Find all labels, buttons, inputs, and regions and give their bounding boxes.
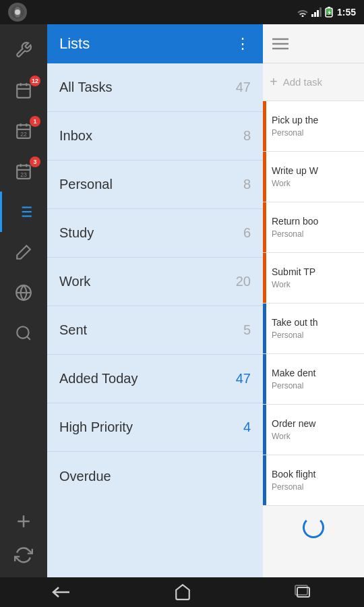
tasks-header xyxy=(263,24,364,63)
all-tasks-label: All Tasks xyxy=(59,80,113,95)
list-item-overdue[interactable]: Overdue xyxy=(47,452,263,500)
overdue-label: Overdue xyxy=(59,469,111,484)
svg-rect-4 xyxy=(314,12,316,17)
task-content: Return boo Personal xyxy=(266,202,364,252)
task-item[interactable]: Return boo Personal xyxy=(263,202,364,253)
sidebar-item-lists[interactable] xyxy=(0,192,47,232)
task-content: Take out th Personal xyxy=(266,304,364,353)
list-item-sent[interactable]: Sent 5 xyxy=(47,306,263,355)
sent-label: Sent xyxy=(59,322,87,338)
svg-marker-30 xyxy=(17,245,30,259)
inbox-label: Inbox xyxy=(59,128,92,144)
list-item-personal[interactable]: Personal 8 xyxy=(47,161,263,209)
tasks-panel: + Add task Pick up the Personal Write up… xyxy=(263,24,364,577)
task-subtitle: Work xyxy=(272,179,359,188)
work-label: Work xyxy=(59,274,90,289)
task-subtitle: Personal xyxy=(272,482,359,492)
task-item[interactable]: Take out th Personal xyxy=(263,304,364,354)
wifi-icon xyxy=(297,7,309,17)
task-subtitle: Work xyxy=(272,432,359,441)
list-item-added-today[interactable]: Added Today 47 xyxy=(47,355,263,403)
personal-label: Personal xyxy=(59,177,113,192)
task-item[interactable]: Make dent Personal xyxy=(263,354,364,405)
add-button[interactable] xyxy=(9,507,38,536)
sync-button[interactable] xyxy=(9,541,38,569)
svg-point-2 xyxy=(15,9,20,15)
task-title: Make dent xyxy=(272,368,359,379)
task-content: Submit TP Work xyxy=(266,253,364,303)
inbox-count: 8 xyxy=(243,128,251,144)
task-title: Return boo xyxy=(272,216,359,227)
wrench-icon xyxy=(14,40,33,59)
task-content: Book flight Personal xyxy=(266,455,364,505)
status-right: 1:55 xyxy=(297,7,356,18)
calendar-all-badge: 12 xyxy=(30,76,40,86)
hamburger-icon[interactable] xyxy=(272,38,289,50)
task-title: Write up W xyxy=(272,165,359,177)
home-button[interactable] xyxy=(174,583,191,601)
list-item-high-priority[interactable]: High Priority 4 xyxy=(47,403,263,452)
status-left xyxy=(8,3,27,22)
high-priority-count: 4 xyxy=(243,420,251,435)
lists-title: Lists xyxy=(59,35,90,53)
loading-circle xyxy=(303,517,324,538)
svg-rect-10 xyxy=(17,84,30,97)
add-task-row[interactable]: + Add task xyxy=(263,63,364,101)
added-today-label: Added Today xyxy=(59,371,138,386)
add-task-text: Add task xyxy=(283,76,322,88)
task-item[interactable]: Book flight Personal xyxy=(263,455,364,506)
search-icon xyxy=(14,324,33,343)
added-today-count: 47 xyxy=(236,371,251,386)
task-subtitle: Personal xyxy=(272,128,359,138)
signal-icon xyxy=(311,7,322,17)
task-subtitle: Personal xyxy=(272,330,359,340)
sidebar-item-settings[interactable] xyxy=(0,30,47,70)
task-content: Write up W Work xyxy=(266,152,364,202)
sidebar-item-calendar-all[interactable]: 12 xyxy=(0,70,47,111)
svg-rect-8 xyxy=(328,7,330,8)
list-item-all-tasks[interactable]: All Tasks 47 xyxy=(47,63,263,112)
svg-text:23: 23 xyxy=(20,171,27,178)
svg-rect-5 xyxy=(317,10,319,17)
calendar-1-badge: 1 xyxy=(30,116,40,127)
task-item[interactable]: Write up W Work xyxy=(263,152,364,202)
calendar-3-badge: 3 xyxy=(30,156,40,167)
task-subtitle: Personal xyxy=(272,229,359,239)
sidebar-item-globe[interactable] xyxy=(0,272,47,313)
sidebar-item-edit[interactable] xyxy=(0,232,47,272)
app-icon xyxy=(8,3,27,22)
sidebar-item-calendar-3[interactable]: 23 3 xyxy=(0,151,47,192)
svg-point-33 xyxy=(17,326,28,338)
task-title: Book flight xyxy=(272,469,359,480)
study-count: 6 xyxy=(243,225,251,241)
list-item-work[interactable]: Work 20 xyxy=(47,258,263,306)
high-priority-label: High Priority xyxy=(59,420,133,435)
personal-count: 8 xyxy=(243,177,251,192)
lists-menu-button[interactable]: ⋮ xyxy=(235,35,251,53)
edit-icon xyxy=(14,243,33,262)
study-label: Study xyxy=(59,225,94,241)
svg-rect-6 xyxy=(320,7,322,17)
lists-panel: Lists ⋮ All Tasks 47 Inbox 8 Personal 8 … xyxy=(47,24,263,577)
task-content: Order new Work xyxy=(266,405,364,455)
sent-count: 5 xyxy=(243,322,251,338)
task-subtitle: Personal xyxy=(272,381,359,391)
recent-apps-button[interactable] xyxy=(295,585,312,600)
back-button[interactable] xyxy=(52,585,71,600)
add-icon: + xyxy=(270,74,278,90)
task-subtitle: Work xyxy=(272,280,359,289)
sidebar-item-calendar-1[interactable]: 22 1 xyxy=(0,111,47,151)
icon-bar-bottom xyxy=(9,507,38,577)
status-icons xyxy=(297,7,333,18)
list-icon xyxy=(16,202,34,221)
list-item-inbox[interactable]: Inbox 8 xyxy=(47,112,263,161)
battery-icon xyxy=(325,7,333,18)
task-item[interactable]: Pick up the Personal xyxy=(263,101,364,152)
time-display: 1:55 xyxy=(337,7,356,18)
lists-header: Lists ⋮ xyxy=(47,24,263,63)
task-item[interactable]: Order new Work xyxy=(263,405,364,455)
all-tasks-count: 47 xyxy=(236,80,251,95)
task-item[interactable]: Submit TP Work xyxy=(263,253,364,304)
list-item-study[interactable]: Study 6 xyxy=(47,209,263,258)
sidebar-item-search[interactable] xyxy=(0,313,47,353)
